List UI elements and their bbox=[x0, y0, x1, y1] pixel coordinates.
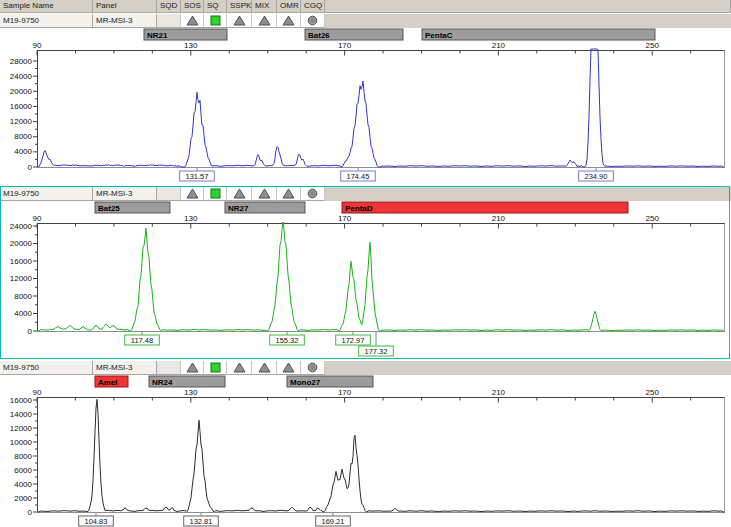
flag-cell-cgq bbox=[301, 361, 325, 375]
marker-label: PentaD bbox=[345, 204, 373, 213]
pass-square-icon bbox=[210, 15, 221, 26]
y-axis-label: 4000 bbox=[14, 309, 32, 318]
marker-range-bar[interactable] bbox=[422, 29, 655, 40]
sample-row[interactable]: M19-9750 MR-MSI-3 bbox=[0, 361, 731, 375]
marker-label: PentaC bbox=[425, 31, 453, 40]
y-axis-label: 4000 bbox=[14, 480, 32, 489]
circle-flag-icon bbox=[307, 15, 318, 26]
warning-triangle-icon bbox=[186, 15, 199, 26]
header-col-panel[interactable]: Panel bbox=[93, 0, 157, 13]
marker-label: Bat26 bbox=[308, 31, 330, 40]
y-axis-label: 12000 bbox=[10, 274, 33, 283]
warning-triangle-icon bbox=[282, 15, 295, 26]
marker-label: NR27 bbox=[228, 204, 249, 213]
warning-triangle-icon bbox=[233, 188, 246, 199]
flag-cell-sos bbox=[181, 361, 204, 375]
ruler-tick-label: 130 bbox=[184, 214, 198, 223]
y-axis-label: 8000 bbox=[14, 452, 32, 461]
y-axis-label: 16000 bbox=[10, 396, 33, 405]
y-axis-label: 16000 bbox=[10, 257, 33, 266]
peak-size-label: 169.21 bbox=[322, 517, 345, 526]
header-col-cgq[interactable]: CGQ bbox=[301, 0, 325, 13]
fragment-analysis-window: Sample Name Panel SQD SOS SQ SSPK MIX OM… bbox=[0, 0, 731, 527]
pass-square-icon bbox=[210, 188, 221, 199]
flag-cell-cgq bbox=[301, 14, 325, 28]
warning-triangle-icon bbox=[282, 188, 295, 199]
warning-triangle-icon bbox=[258, 362, 271, 373]
flag-cell-omr bbox=[277, 361, 301, 375]
marker-label: Bat25 bbox=[98, 204, 120, 213]
ruler-tick-label: 90 bbox=[33, 41, 42, 50]
ruler-tick-label: 250 bbox=[646, 41, 660, 50]
y-axis-label: 24000 bbox=[10, 72, 33, 81]
quality-flags bbox=[0, 361, 731, 375]
peak-size-label: 172.97 bbox=[342, 336, 365, 345]
y-axis-label: 8000 bbox=[14, 292, 32, 301]
electropherogram-plot-black[interactable]: AmelNR24Mono2790130170210250020004000600… bbox=[0, 375, 731, 527]
marker-label: Mono27 bbox=[290, 378, 321, 387]
y-axis-label: 0 bbox=[28, 508, 33, 517]
flag-cell-sos bbox=[181, 187, 204, 201]
y-axis-label: 4000 bbox=[14, 147, 32, 156]
warning-triangle-icon bbox=[258, 188, 271, 199]
ruler-tick-label: 90 bbox=[33, 214, 42, 223]
flag-cell-sspk bbox=[227, 14, 252, 28]
flag-cell-sspk bbox=[227, 361, 252, 375]
flag-cell-sos bbox=[181, 14, 204, 28]
warning-triangle-icon bbox=[233, 15, 246, 26]
ruler-tick-label: 210 bbox=[492, 41, 506, 50]
flag-cell-sq bbox=[204, 187, 227, 201]
marker-label: NR24 bbox=[152, 378, 173, 387]
y-axis-label: 6000 bbox=[14, 466, 32, 475]
ruler-tick-label: 170 bbox=[338, 41, 352, 50]
flag-cell-omr bbox=[277, 187, 301, 201]
ruler-tick-label: 90 bbox=[33, 388, 42, 397]
peak-size-label: 174.45 bbox=[347, 172, 370, 181]
ruler-tick-label: 250 bbox=[646, 388, 660, 397]
electropherogram-plot-green[interactable]: Bat25NR27PentaD9013017021025004000800012… bbox=[0, 201, 731, 358]
header-col-sample-name[interactable]: Sample Name bbox=[0, 0, 93, 13]
peak-size-label: 155.32 bbox=[276, 336, 299, 345]
peak-size-label: 177.32 bbox=[365, 347, 388, 356]
y-axis-label: 0 bbox=[28, 327, 33, 336]
y-axis-label: 20000 bbox=[10, 87, 33, 96]
flag-cell-sqd bbox=[157, 361, 181, 375]
peak-size-label: 104.83 bbox=[85, 517, 108, 526]
y-axis-label: 24000 bbox=[10, 222, 33, 231]
ruler-tick-label: 210 bbox=[492, 388, 506, 397]
flag-cell-omr bbox=[277, 14, 301, 28]
marker-label: NR21 bbox=[147, 31, 168, 40]
y-axis-label: 12000 bbox=[10, 117, 33, 126]
peak-size-label: 234.90 bbox=[585, 172, 608, 181]
warning-triangle-icon bbox=[186, 362, 199, 373]
y-axis-label: 28000 bbox=[10, 57, 33, 66]
peak-size-label: 132.81 bbox=[190, 517, 213, 526]
warning-triangle-icon bbox=[186, 188, 199, 199]
trace-path bbox=[38, 399, 724, 512]
warning-triangle-icon bbox=[258, 15, 271, 26]
sample-row[interactable]: M19-9750 MR-MSI-3 bbox=[0, 187, 731, 201]
flag-cell-sspk bbox=[227, 187, 252, 201]
y-axis-label: 2000 bbox=[14, 494, 32, 503]
ruler-tick-label: 170 bbox=[338, 214, 352, 223]
marker-range-bar[interactable] bbox=[342, 202, 628, 213]
marker-label: Amel bbox=[98, 378, 118, 387]
header-col-sspk[interactable]: SSPK bbox=[227, 0, 252, 13]
header-col-sos[interactable]: SOS bbox=[181, 0, 204, 13]
peak-size-label: 117.48 bbox=[131, 336, 153, 345]
electropherogram-plot-blue[interactable]: NR21Bat26PentaC9013017021025004000800012… bbox=[0, 28, 731, 186]
sample-row[interactable]: M19-9750 MR-MSI-3 bbox=[0, 14, 731, 28]
flag-cell-sqd bbox=[157, 14, 181, 28]
header-col-sq[interactable]: SQ bbox=[204, 0, 227, 13]
plot-canvas: Bat25NR27PentaD9013017021025004000800012… bbox=[0, 201, 731, 358]
plot-canvas: AmelNR24Mono2790130170210250020004000600… bbox=[0, 375, 731, 527]
y-axis-label: 0 bbox=[28, 163, 33, 172]
flag-cell-cgq bbox=[301, 187, 325, 201]
y-axis-label: 16000 bbox=[10, 102, 33, 111]
ruler-tick-label: 130 bbox=[184, 41, 198, 50]
ruler-tick-label: 250 bbox=[646, 214, 660, 223]
header-col-mix[interactable]: MIX bbox=[252, 0, 277, 13]
flag-cell-sq bbox=[204, 14, 227, 28]
header-col-omr[interactable]: OMR bbox=[277, 0, 301, 13]
header-col-sqd[interactable]: SQD bbox=[157, 0, 181, 13]
